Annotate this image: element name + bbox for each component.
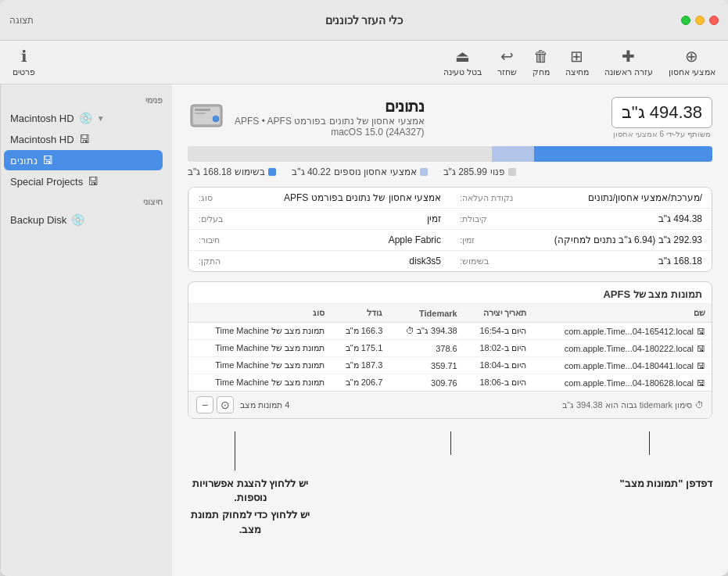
volume-subtitle-line2: macOS 15.0 (24A327) [235,127,425,138]
annotations-row: דפדפן "תמונות מצב" יש ללחוץ להצגת אפשרוי… [188,477,712,537]
snapshot-cell-2: 378.6 [389,340,463,357]
maximize-button[interactable] [681,16,690,25]
sidebar-item-macintosh-data[interactable]: 🖫 נתונים [4,150,163,170]
info-cell-device: disk3s5 התקן: [188,251,450,271]
toolbar-partition[interactable]: ⊞ מחיצה [565,47,589,77]
legend-used: בשימוש 168.18 ג"ב [188,166,276,177]
toolbar-restore[interactable]: ↩ שחזר [497,47,517,77]
snapshots-table: שם תאריך יצירה Tidemark גודל סוג 🖫com.ap… [188,304,712,391]
available-label: זמין: [460,235,475,245]
sidebar-children: 🖫 Macintosh HD 🖫 נתונים 🖫 Special Projec… [1,129,172,191]
toolbar-add-storage-label: אמצעי אחסון [669,67,715,77]
storage-legend: פנוי 285.99 ג"ב אמצעי אחסון נוספים 40.22… [188,166,712,177]
storage-bar-used [534,146,712,162]
type-value: אמצעי אחסון של נתונים בפורמט APFS [284,192,441,203]
toolbar-info[interactable]: ℹ פרטים [13,47,35,77]
toolbar-partition-label: מחיצה [565,67,589,77]
toolbar-erase-label: מחק [533,67,550,77]
device-value: disk3s5 [409,256,441,267]
sidebar-macintosh-hd-label: Macintosh HD [10,113,74,124]
sidebar: פנימי ▼ 💿 Macintosh HD 🖫 Macintosh HD 🖫 … [0,84,172,576]
info-cell-used: 168.18 ג"ב בשימוש: [450,251,712,271]
snapshot-row[interactable]: 🖫com.apple.Time...04-180628.localהיום ב-… [188,374,712,392]
total-size-display: 494.38 ג"ב [611,97,712,128]
snapshot-row[interactable]: 🖫com.apple.Time...04-180222.localהיום ב-… [188,340,712,357]
volume-title: נתונים [235,97,425,116]
legend-dot-free [508,168,516,176]
svg-rect-2 [195,109,210,111]
snapshot-cell-2: 394.38 ג"ב ⏱ [389,323,463,340]
legend-free: פנוי 285.99 ג"ב [443,166,516,177]
sidebar-snapshots-label: Macintosh HD [10,134,74,145]
toolbar-eject[interactable]: ⏏ בטל טעינה [443,47,482,77]
info-grid: /מערכת/אמצעי אחסון/נתונים נקודת העלאה: א… [188,187,712,272]
more-options-button[interactable]: ⊙ [217,396,234,413]
info-cell-capacity: 494.38 ג"ב קיבולת: [450,209,712,229]
snapshot-cell-0: 🖫com.apple.Time...04-180441.local [533,357,712,374]
sidebar-item-special-projects[interactable]: 🖫 Special Projects [4,171,163,191]
snapshot-volume-icon: 🖫 [697,361,705,370]
snapshot-cell-0: 🖫com.apple.Time...04-180222.local [533,340,712,357]
info-row-3: 292.93 ג"ב (6.94 ג"ב נתנים למחיקה) זמין:… [188,230,712,251]
snapshot-cell-3: 175.1 מ"ב [331,340,389,357]
snapshot-row[interactable]: 🖫com.apple.Time...04-165412.localהיום ב-… [188,323,712,340]
view-button[interactable]: תצוגה [9,15,34,26]
capacity-value: 494.38 ג"ב [658,213,702,224]
annotation-area: דפדפן "תמונות מצב" יש ללחוץ להצגת אפשרוי… [188,431,712,525]
footer-tidemark-info: ⏱ סימון tidemark גבוה הוא 394.38 ג"ב [562,400,704,410]
toolbar: ⊕ אמצעי אחסון ✚ עזרה ראשונה ⊞ מחיצה 🗑 מח… [0,41,728,84]
info-row-4: 168.18 ג"ב בשימוש: disk3s5 התקן: [188,251,712,271]
legend-dot-used [268,168,276,176]
sidebar-item-macintosh-snapshots[interactable]: 🖫 Macintosh HD [4,129,163,149]
svg-rect-3 [195,113,206,114]
restore-icon: ↩ [500,47,514,66]
connection-value: Apple Fabric [389,234,441,245]
snapshot-cell-1: היום ב-16:54 [464,323,533,340]
window-title: כלי העזר לכוננים [325,14,403,27]
storage-bar-free [188,146,492,162]
snapshot-cell-3: 206.7 מ"ב [331,374,389,392]
annotation-more-text: יש ללחוץ להצגת אפשרויות נוספות. [188,477,313,505]
sidebar-label-internal: פנימי [1,91,172,107]
toolbar-restore-label: שחזר [497,67,517,77]
delete-snapshot-button[interactable]: − [196,396,213,413]
info-cell-available: 292.93 ג"ב (6.94 ג"ב נתנים למחיקה) זמין: [450,230,712,250]
footer-tidemark-label: סימון tidemark גבוה הוא 394.38 ג"ב [562,400,692,410]
titlebar: כלי העזר לכוננים תצוגה [0,0,728,41]
snapshot-volume-icon: 🖫 [697,378,705,388]
annotation-line-center [450,431,451,455]
toolbar-eject-label: בטל טעינה [443,67,482,77]
used-label: בשימוש: [460,256,489,267]
col-tidemark: Tidemark [389,304,463,323]
snapshot-cell-3: 166.3 מ"ב [331,323,389,340]
erase-icon: 🗑 [533,48,549,66]
connection-label: חיבור: [199,235,220,245]
annotation-line-right [649,431,650,455]
minimize-button[interactable] [695,16,705,25]
info-icon: ℹ [21,47,27,66]
drive-icon-backup: 💿 [71,213,84,226]
snapshots-title: תמונות מצב של APFS [188,282,712,304]
content-header: 494.38 ג"ב משותף על-ידי 6 אמצעי אחסון נת… [188,97,712,138]
snapshots-count: 4 תמונות מצב [240,400,289,410]
footer-buttons: ⊙ − [196,396,234,413]
owners-value: זמין [427,213,441,224]
storage-bar [188,146,712,162]
volume-icon-snapshots: 🖫 [79,133,90,145]
snapshot-row[interactable]: 🖫com.apple.Time...04-180441.localהיום ב-… [188,357,712,374]
toolbar-erase[interactable]: 🗑 מחק [533,48,550,77]
first-aid-icon: ✚ [622,47,635,66]
close-button[interactable] [709,16,719,25]
toolbar-first-aid[interactable]: ✚ עזרה ראשונה [604,47,653,77]
col-date: תאריך יצירה [464,304,533,323]
toolbar-add-storage[interactable]: ⊕ אמצעי אחסון [669,47,715,77]
device-label: התקן: [199,256,221,267]
info-cell-owners: זמין בעלים: [188,209,450,229]
main-area: 494.38 ג"ב משותף על-ידי 6 אמצעי אחסון נת… [0,84,728,576]
sidebar-macintosh-hd-parent[interactable]: ▼ 💿 Macintosh HD [4,108,169,128]
snapshot-cell-4: תמונת מצב של Time Machine [188,323,331,340]
mount-value: /מערכת/אמצעי אחסון/נתונים [588,192,702,203]
annotation-print-text: דפדפן "תמונות מצב" [619,477,712,491]
sidebar-item-backup[interactable]: 💿 Backup Disk [4,209,169,230]
snapshot-cell-0: 🖫com.apple.Time...04-165412.local [533,323,712,340]
